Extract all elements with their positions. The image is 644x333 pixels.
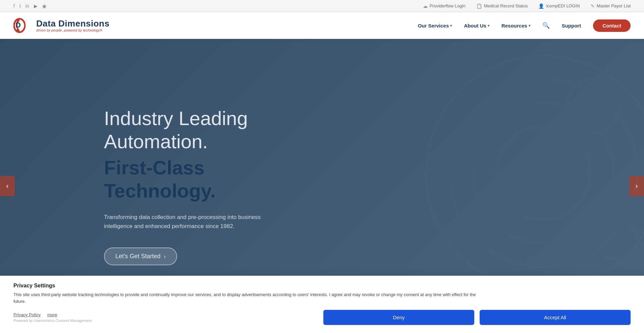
social-icons-group: f t in ▶ ◉ <box>13 3 46 9</box>
hero-cta-label: Let's Get Started <box>115 253 161 260</box>
logo-tagline-text: driven by people, powered by technology® <box>36 29 109 32</box>
deny-button[interactable]: Deny <box>323 310 474 325</box>
resources-label: Resources <box>501 23 527 29</box>
our-services-chevron-icon: ▾ <box>450 24 452 27</box>
logo-brand-text: Data Dimensions <box>36 19 109 29</box>
edit-icon: ✎ <box>591 3 595 9</box>
icompedi-login-label: icompEDI LOGIN <box>546 3 580 8</box>
hero-content: Industry Leading Automation. First-Class… <box>0 107 268 266</box>
rss-icon[interactable]: ◉ <box>42 3 46 9</box>
consent-buttons-group: Deny Accept All <box>323 310 631 325</box>
resources-nav[interactable]: Resources ▾ <box>501 23 530 29</box>
hero-title-2: First-Class Technology. <box>104 156 268 203</box>
twitter-icon[interactable]: t <box>19 3 21 9</box>
logo-emblem: D <box>13 17 34 34</box>
about-us-label: About Us <box>464 23 486 29</box>
providerflow-login-label: Providerflow Login <box>430 3 466 8</box>
cta-arrow-icon: › <box>164 254 166 260</box>
more-link[interactable]: more <box>47 312 57 317</box>
our-services-nav[interactable]: Our Services ▾ <box>418 23 452 29</box>
privacy-policy-link[interactable]: Privacy Policy <box>13 312 41 317</box>
svg-text:D: D <box>15 21 21 29</box>
hero-title-1: Industry Leading Automation. <box>104 107 268 153</box>
about-us-nav[interactable]: About Us ▾ <box>464 23 489 29</box>
hero-cta-button[interactable]: Let's Get Started › <box>104 247 177 265</box>
nav-links-group: Our Services ▾ About Us ▾ Resources ▾ 🔍 … <box>418 19 631 32</box>
about-us-chevron-icon: ▾ <box>488 24 489 27</box>
icompedi-login-link[interactable]: 👤 icompEDI LOGIN <box>538 3 580 9</box>
youtube-icon[interactable]: ▶ <box>34 3 38 9</box>
facebook-icon[interactable]: f <box>13 3 15 9</box>
svg-point-9 <box>597 220 637 260</box>
utility-bar: f t in ▶ ◉ ☁ Providerflow Login 📋 Medica… <box>0 0 644 12</box>
medical-record-status-link[interactable]: 📋 Medical Record Status <box>476 3 528 9</box>
consent-footer-left: Privacy Policy more Powered by Usercentr… <box>13 312 92 323</box>
utility-links-group: ☁ Providerflow Login 📋 Medical Record St… <box>423 3 631 9</box>
consent-body-text: This site uses third-party website track… <box>13 291 483 304</box>
cloud-icon: ☁ <box>423 3 428 9</box>
accept-all-button[interactable]: Accept All <box>480 310 631 325</box>
linkedin-icon[interactable]: in <box>25 3 29 9</box>
contact-button[interactable]: Contact <box>593 19 631 32</box>
consent-title: Privacy Settings <box>13 283 631 289</box>
consent-links-group: Privacy Policy more <box>13 312 92 317</box>
logo-area[interactable]: D Data Dimensions driven by people, powe… <box>13 17 109 34</box>
master-payor-list-label: Master Payor List <box>597 3 631 8</box>
slider-next-button[interactable]: › <box>629 176 644 196</box>
our-services-label: Our Services <box>418 23 449 29</box>
providerflow-login-link[interactable]: ☁ Providerflow Login <box>423 3 466 9</box>
consent-banner: Privacy Settings This site uses third-pa… <box>0 276 644 333</box>
support-nav-link[interactable]: Support <box>562 23 581 29</box>
clipboard-icon: 📋 <box>476 3 482 9</box>
medical-record-status-label: Medical Record Status <box>484 3 528 8</box>
powered-by-text: Powered by Usercentrics Consent Manageme… <box>13 319 92 323</box>
svg-point-7 <box>496 126 590 220</box>
svg-point-8 <box>567 79 621 133</box>
hero-subtitle: Transforming data collection and pre-pro… <box>104 213 268 231</box>
main-navigation: D Data Dimensions driven by people, powe… <box>0 12 644 39</box>
logo-text: Data Dimensions driven by people, powere… <box>36 19 109 32</box>
consent-footer: Privacy Policy more Powered by Usercentr… <box>13 310 631 325</box>
resources-chevron-icon: ▾ <box>529 24 530 27</box>
user-icon: 👤 <box>538 3 544 9</box>
slider-prev-button[interactable]: ‹ <box>0 176 15 196</box>
search-icon[interactable]: 🔍 <box>542 22 550 29</box>
master-payor-list-link[interactable]: ✎ Master Payor List <box>591 3 631 9</box>
